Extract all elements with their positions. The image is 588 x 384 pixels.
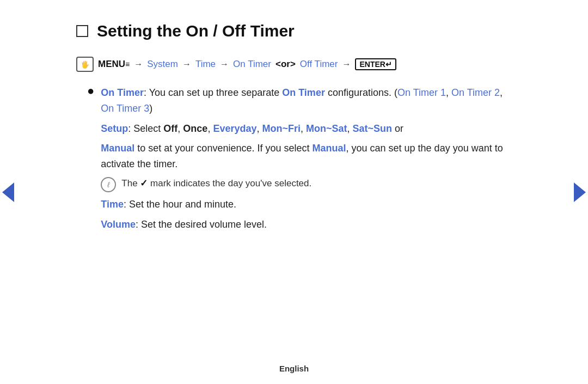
bullet-content: On Timer: You can set up three separate … bbox=[101, 85, 512, 237]
note-text-2: mark indicates the day you've selected. bbox=[148, 178, 311, 188]
on-timer-3: On Timer 3 bbox=[101, 103, 149, 114]
page-title: Setting the On / Off Timer bbox=[97, 22, 295, 40]
volume-label: Volume bbox=[101, 219, 136, 230]
menu-touch-icon: 🖐 bbox=[76, 57, 94, 72]
sep3: , bbox=[256, 123, 262, 134]
volume-line: Volume: Set the desired volume level. bbox=[101, 217, 512, 233]
off-option: Off bbox=[163, 123, 177, 134]
on-timer-config-text: configurations. ( bbox=[325, 87, 397, 98]
left-arrow-icon bbox=[2, 182, 14, 202]
manual-label-2: Manual bbox=[313, 143, 346, 154]
menu-label: MENU≡ bbox=[98, 59, 130, 70]
time-line: Time: Set the hour and minute. bbox=[101, 197, 512, 212]
system-link: System bbox=[147, 59, 178, 70]
setup-line: Setup: Select Off, Once, Everyday, Mon~F… bbox=[101, 121, 512, 137]
on-timer-1: On Timer 1 bbox=[397, 87, 446, 98]
time-label: Time bbox=[101, 199, 124, 210]
setup-or: or bbox=[392, 123, 403, 134]
arrow-4: → bbox=[342, 59, 351, 69]
arrow-2: → bbox=[182, 59, 191, 69]
setup-label: Setup bbox=[101, 123, 128, 134]
mon-fri-option: Mon~Fri bbox=[262, 123, 301, 134]
bullet-dot: ● bbox=[87, 84, 94, 237]
prev-page-button[interactable] bbox=[0, 179, 16, 206]
close-paren: ) bbox=[149, 103, 152, 114]
comma2: , bbox=[500, 87, 503, 98]
arrow-1: → bbox=[134, 59, 143, 69]
bullet-section: ● On Timer: You can set up three separat… bbox=[87, 85, 512, 237]
page-title-section: Setting the On / Off Timer bbox=[76, 22, 512, 40]
setup-intro: : Select bbox=[128, 123, 163, 134]
setup-tail: to set at your convenience. If you selec… bbox=[134, 143, 312, 154]
note-icon: ℓ bbox=[101, 177, 116, 192]
on-timer-link: On Timer bbox=[233, 59, 271, 70]
manual-label-1: Manual bbox=[101, 143, 134, 154]
sep1: , bbox=[177, 123, 183, 134]
note-block: ℓ The ✓ mark indicates the day you've se… bbox=[101, 176, 512, 192]
next-page-button[interactable] bbox=[572, 179, 588, 206]
checkbox-icon bbox=[76, 25, 88, 37]
note-text-1: The bbox=[121, 178, 140, 188]
enter-icon: ENTER↵ bbox=[355, 58, 396, 70]
on-timer-mid-label: On Timer bbox=[282, 87, 325, 98]
sep4: , bbox=[301, 123, 306, 134]
on-timer-2: On Timer 2 bbox=[451, 87, 500, 98]
or-text: <or> bbox=[275, 59, 296, 70]
note-text: The ✓ mark indicates the day you've sele… bbox=[121, 176, 311, 191]
on-timer-intro-line: On Timer: You can set up three separate … bbox=[101, 85, 512, 117]
off-timer-link: Off Timer bbox=[300, 59, 338, 70]
bullet-item-on-timer: ● On Timer: You can set up three separat… bbox=[87, 85, 512, 237]
mon-sat-option: Mon~Sat bbox=[306, 123, 347, 134]
right-arrow-icon bbox=[574, 182, 586, 202]
sat-sun-option: Sat~Sun bbox=[353, 123, 393, 134]
time-link: Time bbox=[195, 59, 216, 70]
arrow-3: → bbox=[220, 59, 229, 69]
on-timer-label: On Timer bbox=[101, 87, 144, 98]
menu-nav-line: 🖐 MENU≡ → System → Time → On Timer <or> … bbox=[76, 57, 512, 72]
time-text: : Set the hour and minute. bbox=[124, 199, 236, 210]
sep2: , bbox=[207, 123, 213, 134]
on-timer-intro-text: : You can set up three separate bbox=[144, 87, 282, 98]
footer-language: English bbox=[279, 364, 309, 373]
once-option: Once bbox=[183, 123, 207, 134]
checkmark-symbol: ✓ bbox=[140, 178, 148, 188]
sep5: , bbox=[347, 123, 353, 134]
comma1: , bbox=[446, 87, 451, 98]
setup-manual-line: Manual to set at your convenience. If yo… bbox=[101, 141, 512, 172]
everyday-option: Everyday bbox=[213, 123, 256, 134]
volume-text: : Set the desired volume level. bbox=[136, 219, 267, 230]
